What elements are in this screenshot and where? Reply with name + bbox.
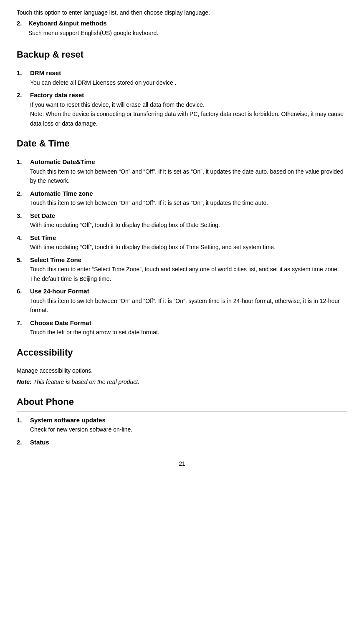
item-desc: With time updating “Off”, touch it to di… [30,222,220,228]
keyboard-title: Keyboard &input methods [28,20,107,27]
item-title: System software updates [30,417,106,424]
page-number: 21 [17,459,347,468]
list-item: 2. Automatic Time zone Touch this item t… [17,189,347,208]
item-number: 5. [17,255,28,265]
list-item: 1. DRM reset You can delete all DRM Lice… [17,68,347,87]
item-desc: Touch this item to switch between “On” a… [30,298,340,314]
note-bold: Note: [17,379,32,385]
accessibility-note: Note: This feature is based on the real … [17,378,347,386]
item-desc: Touch this item to switch between “On” a… [30,168,344,184]
note-text: This feature is based on the real produc… [32,379,139,385]
item-title: Choose Date Format [30,319,91,326]
list-item: 2. Status [17,438,347,447]
item-desc: With time updating “Off”, touch it to di… [30,244,276,250]
item-number: 1. [17,416,28,425]
item-number: 2. [17,438,28,447]
item-desc: Touch the left or the right arrow to set… [30,329,159,336]
item-number: 4. [17,233,28,243]
list-item: 7. Choose Date Format Touch the left or … [17,318,347,337]
keyboard-content: Keyboard &input methods Such menu suppor… [28,19,158,38]
item-title: Set Time [30,234,56,241]
item-desc: Touch this item to switch between “On” a… [30,199,268,206]
item-title: Use 24-hour Format [30,288,89,295]
item-title: Factory data reset [30,91,84,98]
list-item: 5. Select Time Zone Touch this item to e… [17,255,347,284]
item-desc: Check for new version software on-line. [30,426,132,433]
item-title: DRM reset [30,69,61,76]
item-desc: If you want to reset this device, it wil… [30,101,344,127]
accessibility-content: Manage accessibility options. [17,366,347,375]
item-number: 6. [17,287,28,296]
list-item: 6. Use 24-hour Format Touch this item to… [17,287,347,315]
section-title-backup: Backup & reset [17,48,347,61]
divider-aboutphone [17,411,347,411]
list-item: 1. System software updates Check for new… [17,416,347,434]
intro-line1: Touch this option to enter language list… [17,8,347,17]
divider-accessibility [17,362,347,362]
item-title: Automatic Time zone [30,190,93,197]
item-title: Automatic Date&Time [30,158,95,165]
section-title-datetime: Date & Time [17,136,347,150]
section-title-accessibility: Accessibility [17,346,347,359]
divider-backup [17,64,347,64]
item-title: Status [30,439,49,446]
item-number: 1. [17,157,28,167]
divider-datetime [17,153,347,153]
item-number: 7. [17,318,28,328]
item-title: Select Time Zone [30,256,81,263]
list-item: 3. Set Date With time updating “Off”, to… [17,211,347,230]
item-number: 2. [17,189,28,199]
item-desc: Touch this item to enter “Select Time Zo… [30,266,339,282]
list-item: 2. Factory data reset If you want to res… [17,91,347,128]
item-number: 1. [17,68,28,78]
keyboard-number: 2. [17,19,28,28]
item-desc: You can delete all DRM Licenses stored o… [30,79,176,86]
item-number: 3. [17,211,28,221]
section-title-aboutphone: About Phone [17,395,347,409]
item-title: Set Date [30,212,55,219]
keyboard-desc: Such menu support English(US) google key… [28,30,158,36]
item-number: 2. [17,91,28,100]
list-item: 1. Automatic Date&Time Touch this item t… [17,157,347,186]
list-item: 4. Set Time With time updating “Off”, to… [17,233,347,252]
